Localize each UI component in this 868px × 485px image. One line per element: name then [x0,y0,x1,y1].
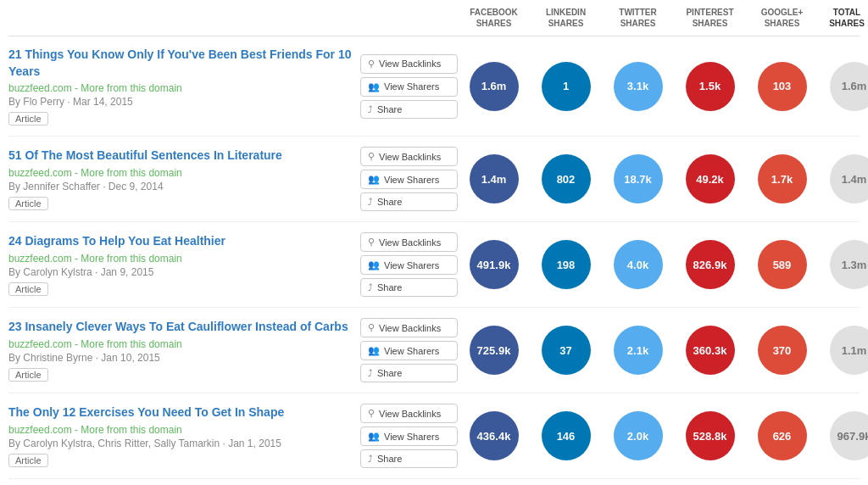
view-sharers-button[interactable]: 👥View Sharers [360,341,458,360]
linkedin-circle: 146 [542,411,591,460]
header-row: FACEBOOKSHARES LINKEDINSHARES TWITTERSHA… [8,0,860,36]
article-meta: By Jennifer Schaffer · Dec 9, 2014 [8,181,352,192]
backlinks-icon: ⚲ [368,408,375,419]
total-circle: 967.9k [830,411,869,460]
view-sharers-button[interactable]: 👥View Sharers [360,170,458,189]
stat-col-twitter: 3.1k [602,62,674,111]
button-label: View Sharers [384,175,439,185]
view-backlinks-button[interactable]: ⚲View Backlinks [360,54,458,74]
twitter-circle: 3.1k [614,62,663,111]
article-meta: By Flo Perry · Mar 14, 2015 [8,96,352,108]
button-label: View Sharers [384,260,439,270]
header-pinterest: PINTERESTSHARES [674,7,746,29]
article-meta: By Carolyn Kylstra, Chris Ritter, Sally … [8,438,352,449]
header-facebook: FACEBOOKSHARES [458,7,530,29]
share-button[interactable]: ⤴Share [360,100,458,119]
share-icon: ⤴ [368,368,373,378]
total-col: 1.3m [818,240,868,289]
article-title[interactable]: The Only 12 Exercises You Need To Get In… [8,405,284,419]
share-icon: ⤴ [368,454,373,464]
stat-col-linkedin: 1 [530,62,602,111]
button-label: View Sharers [384,346,439,356]
pinterest-circle: 1.5k [686,62,735,111]
article-source[interactable]: buzzfeed.com - More from this domain [8,167,352,179]
stat-col-pinterest: 49.2k [674,154,746,203]
button-label: Share [377,454,402,464]
article-row: The Only 12 Exercises You Need To Get In… [8,393,860,479]
facebook-circle: 1.4m [470,154,519,203]
share-icon: ⤴ [368,104,373,114]
view-backlinks-button[interactable]: ⚲View Backlinks [360,404,458,423]
googleplus-circle: 103 [758,62,807,111]
backlinks-icon: ⚲ [368,237,375,248]
article-info: 21 Things You Know Only If You've Been B… [8,47,360,125]
total-circle: 1.3m [830,240,869,289]
sharers-icon: 👥 [368,174,380,185]
total-col: 1.1m [818,326,868,375]
stat-col-googleplus: 103 [746,62,818,111]
actions-col: ⚲View Backlinks👥View Sharers⤴Share [360,147,458,211]
article-source[interactable]: buzzfeed.com - More from this domain [8,82,352,94]
share-icon: ⤴ [368,197,373,207]
stat-col-googleplus: 370 [746,326,818,375]
article-row: 21 Things You Know Only If You've Been B… [8,36,860,137]
stat-col-twitter: 2.0k [602,411,674,460]
main-container: FACEBOOKSHARES LINKEDINSHARES TWITTERSHA… [0,0,868,479]
article-info: The Only 12 Exercises You Need To Get In… [8,404,360,467]
article-row: 23 Insanely Clever Ways To Eat Cauliflow… [8,308,860,393]
article-meta: By Christine Byrne · Jan 10, 2015 [8,352,352,364]
view-backlinks-button[interactable]: ⚲View Backlinks [360,318,458,337]
view-backlinks-button[interactable]: ⚲View Backlinks [360,232,458,252]
view-sharers-button[interactable]: 👥View Sharers [360,426,458,446]
article-title[interactable]: 21 Things You Know Only If You've Been B… [8,47,351,78]
article-info: 23 Insanely Clever Ways To Eat Cauliflow… [8,319,360,382]
view-sharers-button[interactable]: 👥View Sharers [360,255,458,275]
total-circle: 1.4m [830,154,869,203]
stat-col-facebook: 1.4m [458,154,530,203]
backlinks-icon: ⚲ [368,59,375,70]
button-label: View Sharers [384,432,439,442]
actions-col: ⚲View Backlinks👥View Sharers⤴Share [360,318,458,382]
article-source[interactable]: buzzfeed.com - More from this domain [8,338,352,350]
total-col: 1.6m [818,62,868,111]
article-tag: Article [8,368,48,382]
article-title[interactable]: 23 Insanely Clever Ways To Eat Cauliflow… [8,320,348,333]
share-button[interactable]: ⤴Share [360,364,458,382]
pinterest-circle: 360.3k [686,326,735,375]
stat-col-pinterest: 1.5k [674,62,746,111]
article-tag: Article [8,454,48,467]
stat-col-pinterest: 528.8k [674,411,746,460]
backlinks-icon: ⚲ [368,151,375,162]
article-source[interactable]: buzzfeed.com - More from this domain [8,424,352,436]
article-meta: By Carolyn Kylstra · Jan 9, 2015 [8,266,352,278]
facebook-circle: 725.9k [470,326,519,375]
button-label: Share [377,282,402,293]
article-title[interactable]: 51 Of The Most Beautiful Sentences In Li… [8,148,282,162]
article-title[interactable]: 24 Diagrams To Help You Eat Healthier [8,234,225,248]
view-backlinks-button[interactable]: ⚲View Backlinks [360,147,458,166]
article-source[interactable]: buzzfeed.com - More from this domain [8,253,352,265]
share-button[interactable]: ⤴Share [360,192,458,211]
googleplus-circle: 370 [758,326,807,375]
sharers-icon: 👥 [368,259,380,270]
share-button[interactable]: ⤴Share [360,278,458,297]
button-label: View Backlinks [379,59,441,69]
share-button[interactable]: ⤴Share [360,449,458,468]
facebook-circle: 491.9k [470,240,519,289]
button-label: View Backlinks [379,409,441,419]
linkedin-circle: 802 [542,154,591,203]
stat-col-googleplus: 1.7k [746,154,818,203]
stat-col-facebook: 436.4k [458,411,530,460]
button-label: Share [377,197,402,207]
articles-list: 21 Things You Know Only If You've Been B… [8,36,860,479]
article-row: 24 Diagrams To Help You Eat Healthierbuz… [8,222,860,308]
actions-col: ⚲View Backlinks👥View Sharers⤴Share [360,404,458,468]
actions-col: ⚲View Backlinks👥View Sharers⤴Share [360,232,458,297]
article-tag: Article [8,197,48,210]
total-circle: 1.1m [830,326,869,375]
view-sharers-button[interactable]: 👥View Sharers [360,77,458,97]
linkedin-circle: 198 [542,240,591,289]
article-info: 24 Diagrams To Help You Eat Healthierbuz… [8,233,360,296]
header-total[interactable]: TOTAL SHARES [818,7,868,29]
button-label: View Backlinks [379,237,441,248]
